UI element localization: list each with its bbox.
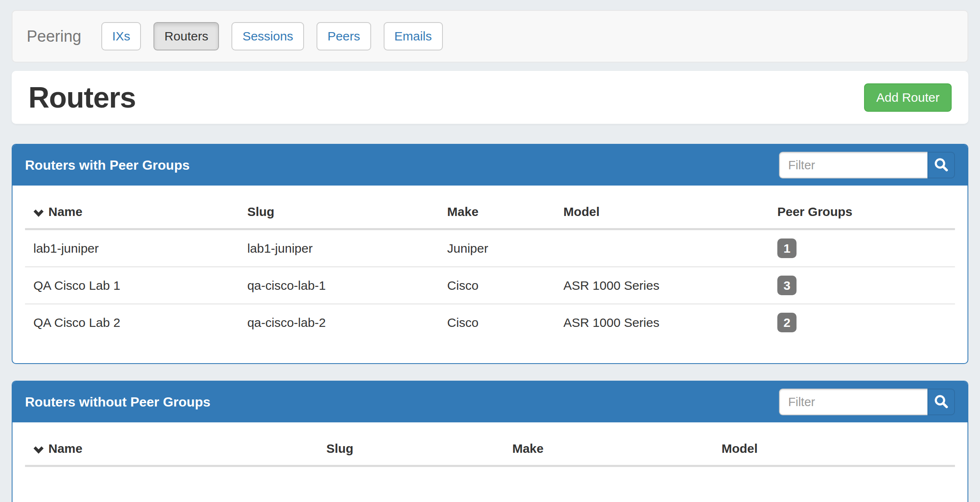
brand-link[interactable]: Peering	[27, 28, 81, 45]
panel-title: Routers without Peer Groups	[25, 394, 210, 410]
page: Peering IXs Routers Sessions Peers Email…	[0, 10, 980, 502]
search-icon	[934, 394, 949, 410]
table-row: QA Cisco Lab 1 qa-cisco-lab-1 Cisco ASR …	[25, 267, 955, 304]
cell-model: ASR 1000 Series	[555, 304, 769, 341]
empty-table-body	[25, 466, 955, 483]
cell-make: Cisco	[439, 267, 555, 304]
search-button[interactable]	[927, 389, 955, 415]
search-button[interactable]	[927, 152, 955, 178]
peer-groups-badge: 3	[777, 276, 797, 295]
table-row: QA Cisco Lab 2 qa-cisco-lab-2 Cisco ASR …	[25, 304, 955, 341]
cell-name: lab1-juniper	[25, 229, 239, 267]
col-header-make[interactable]: Make	[504, 432, 713, 466]
table-bottom-margin	[25, 341, 955, 353]
col-header-model[interactable]: Model	[713, 432, 955, 466]
peer-groups-badge: 2	[777, 313, 797, 332]
chevron-down-icon	[33, 206, 44, 220]
col-header-slug[interactable]: Slug	[239, 196, 439, 229]
panel-heading: Routers with Peer Groups	[13, 145, 967, 186]
col-header-name[interactable]: Name	[25, 196, 239, 229]
table-header-row: Name Slug Make Model	[25, 432, 955, 466]
add-router-button[interactable]: Add Router	[864, 83, 952, 112]
filter-input[interactable]	[779, 389, 927, 415]
filter-group	[779, 152, 955, 178]
cell-peer-groups: 3	[769, 267, 955, 304]
table-header-row: Name Slug Make Model Peer Groups	[25, 196, 955, 229]
col-header-peer-groups[interactable]: Peer Groups	[769, 196, 955, 229]
col-header-name[interactable]: Name	[25, 432, 318, 466]
table-row: lab1-juniper lab1-juniper Juniper 1	[25, 229, 955, 267]
filter-group	[779, 389, 955, 415]
nav-item-peers[interactable]: Peers	[317, 22, 371, 50]
cell-slug: qa-cisco-lab-1	[239, 267, 439, 304]
filter-input[interactable]	[779, 152, 927, 178]
nav-item-ixs[interactable]: IXs	[101, 22, 141, 50]
cell-peer-groups: 1	[769, 229, 955, 267]
routers-with-peer-groups-table: Name Slug Make Model Peer Groups lab1-ju…	[25, 196, 955, 341]
col-header-model[interactable]: Model	[555, 196, 769, 229]
panel-routers-without-peer-groups: Routers without Peer Groups	[12, 381, 968, 502]
cell-slug: lab1-juniper	[239, 229, 439, 267]
panel-heading: Routers without Peer Groups	[13, 382, 967, 422]
panel-routers-with-peer-groups: Routers with Peer Groups	[12, 144, 968, 364]
col-header-make[interactable]: Make	[439, 196, 555, 229]
cell-make: Cisco	[439, 304, 555, 341]
chevron-down-icon	[33, 442, 44, 457]
nav-item-sessions[interactable]: Sessions	[231, 22, 304, 50]
search-icon	[934, 157, 949, 173]
cell-model: ASR 1000 Series	[555, 267, 769, 304]
routers-without-peer-groups-table: Name Slug Make Model	[25, 432, 955, 483]
cell-slug: qa-cisco-lab-2	[239, 304, 439, 341]
cell-peer-groups: 2	[769, 304, 955, 341]
panel-body: Name Slug Make Model	[13, 422, 967, 502]
navbar: Peering IXs Routers Sessions Peers Email…	[12, 10, 968, 63]
peer-groups-badge: 1	[777, 238, 797, 258]
title-card: Routers Add Router	[12, 71, 968, 124]
nav-item-routers[interactable]: Routers	[153, 22, 219, 50]
cell-model	[555, 229, 769, 267]
cell-make: Juniper	[439, 229, 555, 267]
page-title: Routers	[28, 81, 136, 114]
table-bottom-margin	[25, 483, 955, 495]
cell-name: QA Cisco Lab 1	[25, 267, 239, 304]
panel-title: Routers with Peer Groups	[25, 158, 190, 173]
col-header-slug[interactable]: Slug	[318, 432, 504, 466]
panel-body: Name Slug Make Model Peer Groups lab1-ju…	[13, 186, 967, 363]
nav-item-emails[interactable]: Emails	[384, 22, 443, 50]
cell-name: QA Cisco Lab 2	[25, 304, 239, 341]
nav-buttons: IXs Routers Sessions Peers Emails	[101, 22, 443, 50]
